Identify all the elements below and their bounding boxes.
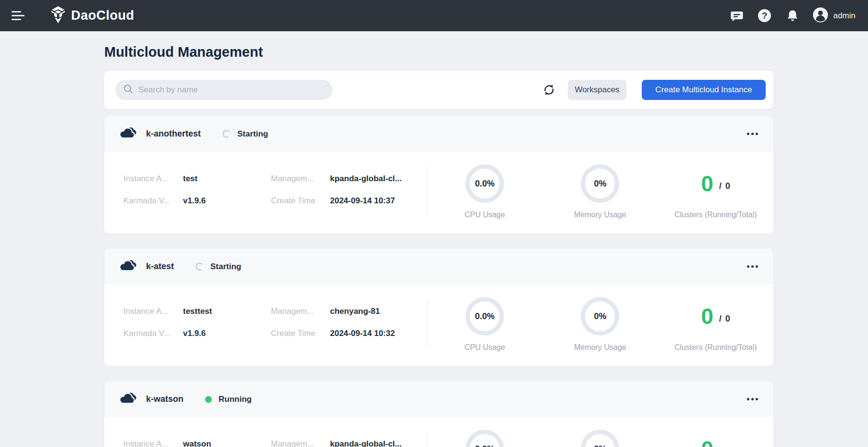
brand-logo[interactable]: DaoCloud [50, 6, 134, 26]
status-indicator-icon [222, 129, 232, 139]
refresh-icon[interactable] [541, 82, 557, 98]
instance-metrics: 0.0% CPU Usage 0% Memory Usage 0 [427, 164, 773, 219]
search-input[interactable] [138, 85, 325, 95]
memory-usage-metric: 0% Memory Usage [542, 430, 658, 447]
instance-card: k-watson Running Instance A... watson Ma… [104, 381, 773, 447]
cpu-usage-ring: 0.0% [465, 297, 504, 335]
instance-alias-value: test [183, 174, 271, 184]
status-indicator-icon [195, 262, 205, 272]
instance-card: k-anothertest Starting Instance A... tes… [104, 116, 773, 234]
toolbar-actions: Workspaces Create Multicloud Instance [541, 80, 766, 100]
cpu-usage-ring: 0.0% [465, 164, 504, 203]
memory-usage-value: 0% [594, 311, 606, 322]
create-multicloud-instance-button[interactable]: Create Multicloud Instance [642, 80, 766, 100]
memory-usage-ring: 0% [581, 297, 619, 335]
instance-card-body: Instance A... watson Managem... kpanda-g… [104, 417, 773, 447]
clusters-running-value: 0 [701, 438, 714, 447]
instance-alias-label: Instance A... [123, 439, 183, 447]
top-navbar: DaoCloud ? [0, 0, 868, 31]
cpu-usage-ring: 0.0% [465, 430, 504, 447]
management-value: chenyang-81 [330, 307, 410, 316]
management-label: Managem... [271, 174, 330, 184]
search-box[interactable] [115, 80, 332, 100]
clusters-running-value: 0 [701, 305, 714, 327]
create-time-value: 2024-09-14 10:32 [330, 329, 410, 338]
username-label: admin [833, 11, 856, 21]
cpu-usage-value: 0.0% [475, 311, 495, 322]
clusters-total-value: 0 [725, 314, 730, 324]
memory-usage-label: Memory Usage [574, 343, 626, 352]
instance-alias-label: Instance A... [123, 174, 183, 184]
cpu-usage-value: 0.0% [475, 179, 495, 189]
notifications-bell-icon[interactable] [784, 8, 801, 24]
management-value: kpanda-global-cl... [330, 439, 410, 447]
workspaces-button[interactable]: Workspaces [568, 80, 626, 100]
cpu-usage-label: CPU Usage [465, 343, 505, 352]
status-label: Starting [210, 262, 241, 272]
instance-metrics: 0.0% CPU Usage 0% Memory Usage 0 [427, 430, 773, 447]
instance-alias-value: testtest [183, 307, 271, 316]
user-menu[interactable]: admin [812, 7, 856, 25]
cpu-usage-metric: 0.0% CPU Usage [427, 297, 542, 352]
status-label: Starting [237, 129, 268, 139]
management-label: Managem... [271, 307, 330, 316]
clusters-separator: / [719, 181, 721, 191]
clusters-label: Clusters (Running/Total) [674, 211, 757, 219]
instance-list: k-anothertest Starting Instance A... tes… [104, 116, 773, 447]
karmada-version-value: v1.9.6 [183, 329, 271, 338]
memory-usage-value: 0% [594, 179, 606, 189]
instance-details: Instance A... testtest Managem... chenya… [123, 307, 410, 352]
memory-usage-metric: 0% Memory Usage [542, 297, 658, 352]
status-indicator-icon [205, 396, 212, 403]
page-title: Multicloud Management [104, 44, 773, 60]
main-content: Multicloud Management [104, 44, 773, 447]
card-actions-menu-icon[interactable] [746, 393, 759, 405]
clusters-separator: / [719, 314, 721, 324]
instance-details: Instance A... watson Managem... kpanda-g… [123, 439, 410, 447]
help-icon[interactable]: ? [757, 8, 773, 24]
cloud-icon [119, 259, 136, 275]
create-time-value: 2024-09-14 10:37 [330, 196, 410, 206]
daocloud-cube-icon [50, 6, 66, 26]
instance-card: k-atest Starting Instance A... testtest … [104, 248, 773, 366]
search-icon [123, 84, 134, 96]
avatar [812, 7, 829, 25]
memory-usage-value: 0% [594, 444, 606, 447]
instance-card-header: k-watson Running [104, 381, 773, 417]
instance-metrics: 0.0% CPU Usage 0% Memory Usage 0 [427, 297, 773, 352]
karmada-version-value: v1.9.6 [183, 196, 271, 206]
instance-alias-value: watson [183, 439, 271, 447]
instance-card-header: k-anothertest Starting [104, 116, 773, 152]
instance-details: Instance A... test Managem... kpanda-glo… [123, 174, 410, 219]
brand-name: DaoCloud [71, 8, 134, 23]
clusters-metric: 0 / 0 Clusters (Running/Total) [658, 297, 773, 352]
cpu-usage-metric: 0.0% CPU Usage [427, 164, 542, 219]
navbar-actions: ? admin [729, 7, 856, 25]
card-actions-menu-icon[interactable] [746, 261, 759, 273]
create-time-label: Create Time [271, 196, 330, 206]
instance-card-body: Instance A... test Managem... kpanda-glo… [104, 152, 773, 219]
instance-status: Starting [196, 262, 241, 272]
instance-alias-label: Instance A... [123, 307, 183, 316]
memory-usage-label: Memory Usage [574, 211, 626, 219]
management-value: kpanda-global-cl... [330, 174, 410, 184]
memory-usage-ring: 0% [581, 164, 619, 203]
toolbar: Workspaces Create Multicloud Instance [104, 71, 773, 109]
karmada-version-label: Karmada V... [123, 196, 183, 206]
cpu-usage-label: CPU Usage [465, 211, 505, 219]
instance-name: k-anothertest [146, 129, 201, 139]
instance-status: Starting [222, 129, 268, 139]
clusters-metric: 0 / 0 Clusters (Running/Total) [658, 430, 773, 447]
instance-card-body: Instance A... testtest Managem... chenya… [104, 285, 773, 352]
cloud-icon [119, 126, 136, 142]
clusters-metric: 0 / 0 Clusters (Running/Total) [658, 164, 773, 219]
instance-status: Running [205, 395, 252, 404]
instance-name: k-atest [146, 261, 174, 272]
messages-icon[interactable] [729, 8, 745, 24]
card-actions-menu-icon[interactable] [746, 128, 759, 140]
menu-toggle-icon[interactable] [12, 11, 26, 20]
create-time-label: Create Time [271, 329, 330, 338]
memory-usage-ring: 0% [581, 430, 619, 447]
clusters-label: Clusters (Running/Total) [674, 343, 757, 352]
management-label: Managem... [271, 439, 330, 447]
